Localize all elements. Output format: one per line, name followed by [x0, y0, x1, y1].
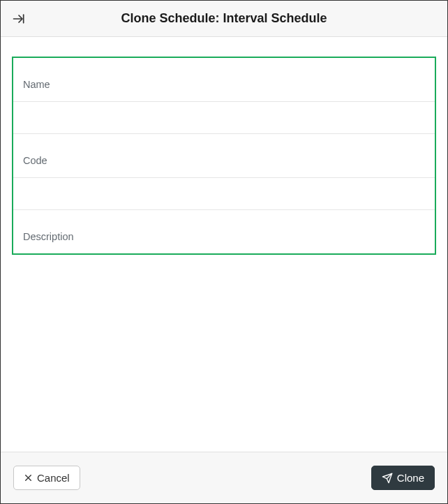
paper-plane-icon [382, 473, 393, 484]
clone-button[interactable]: Clone [371, 466, 435, 490]
cancel-button-label: Cancel [37, 472, 70, 484]
close-icon [24, 473, 33, 482]
cancel-button[interactable]: Cancel [13, 466, 80, 490]
form-fields: Name Code Description [12, 57, 436, 255]
clone-button-label: Clone [397, 472, 424, 484]
code-input-area[interactable] [13, 178, 435, 210]
dialog-footer: Cancel Clone [1, 452, 447, 503]
code-label: Code [13, 134, 435, 177]
description-label: Description [13, 210, 435, 253]
description-field-container[interactable]: Description [13, 210, 435, 253]
code-field-container[interactable]: Code [13, 134, 435, 210]
dialog-content: Name Code Description [1, 37, 447, 452]
dialog-title: Clone Schedule: Interval Schedule [1, 11, 447, 26]
name-input-area[interactable] [13, 102, 435, 134]
collapse-icon[interactable] [10, 10, 27, 27]
name-label: Name [13, 58, 435, 101]
dialog-header: Clone Schedule: Interval Schedule [1, 1, 447, 37]
name-field-container[interactable]: Name [13, 58, 435, 134]
